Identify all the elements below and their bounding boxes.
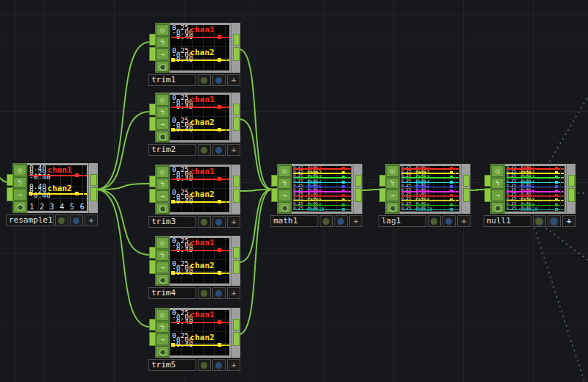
add-badge[interactable]: +: [227, 359, 240, 371]
wire-trim1-to-math1[interactable]: [239, 49, 272, 190]
add-badge[interactable]: +: [227, 74, 240, 86]
viewer-active-flag[interactable]: ◎: [278, 165, 291, 177]
output-connector-2[interactable]: [233, 332, 240, 346]
clone-badge[interactable]: [548, 215, 561, 227]
input-connector[interactable]: [271, 175, 278, 187]
cook-flag[interactable]: [13, 201, 26, 213]
export-flag[interactable]: →: [491, 190, 504, 201]
viewer-active-flag[interactable]: ◎: [156, 166, 169, 178]
output-connector-2[interactable]: [90, 187, 97, 201]
cook-flag[interactable]: [491, 202, 504, 214]
input-connector[interactable]: [149, 247, 156, 259]
node-name[interactable]: trim2: [148, 144, 196, 156]
node-viewer[interactable]: 0.25 -0.00 -0.40chan10.25 -0.00 -0.40cha…: [170, 310, 229, 356]
add-badge[interactable]: +: [349, 215, 362, 227]
cook-flag[interactable]: [156, 131, 169, 143]
clone-badge[interactable]: [212, 74, 226, 86]
node-null1[interactable]: ◎ϟ→0.25 -0.40chan10.25 -0.40chan20.25 -0…: [484, 164, 576, 227]
bypass-flag[interactable]: ϟ: [156, 179, 169, 190]
cook-flag[interactable]: [156, 203, 169, 215]
output-connector[interactable]: [90, 174, 97, 186]
node-body[interactable]: ◎ϟ→0.25 -0.00 -0.40chan10.25 -0.00 -0.40…: [148, 93, 240, 143]
bypass-flag[interactable]: ϟ: [156, 107, 169, 118]
viewer-badge[interactable]: [533, 215, 546, 227]
node-trim3[interactable]: ◎ϟ→0.25 -0.00 -0.40chan10.25 -0.00 -0.40…: [148, 165, 240, 228]
node-name[interactable]: trim5: [148, 359, 196, 371]
export-flag[interactable]: →: [156, 118, 169, 130]
bypass-flag[interactable]: ϟ: [156, 322, 169, 334]
node-viewer[interactable]: 0.25 -0.40chan10.25 -0.40chan20.25 -0.40…: [505, 166, 564, 212]
clone-badge[interactable]: [334, 215, 348, 227]
node-body[interactable]: ◎ϟ→0.25 -0.00 -0.40chan10.25 -0.00 -0.40…: [148, 165, 240, 215]
node-name[interactable]: trim3: [148, 216, 196, 228]
add-badge[interactable]: +: [227, 287, 240, 299]
bypass-flag[interactable]: ϟ: [156, 37, 169, 48]
input-connector[interactable]: [7, 174, 13, 186]
node-name[interactable]: trim1: [148, 74, 196, 86]
clone-badge[interactable]: [212, 359, 226, 371]
node-trim2[interactable]: ◎ϟ→0.25 -0.00 -0.40chan10.25 -0.00 -0.40…: [148, 93, 240, 156]
add-badge[interactable]: +: [227, 216, 240, 228]
add-badge[interactable]: +: [227, 144, 240, 156]
wire-resample1-to-trim4[interactable]: [96, 190, 150, 255]
input-connector[interactable]: [149, 319, 156, 331]
add-badge[interactable]: +: [85, 215, 98, 226]
input-connector-2[interactable]: [7, 187, 13, 201]
wire-trim5-to-math1[interactable]: [239, 190, 272, 334]
node-name[interactable]: null1: [484, 215, 531, 227]
output-connector-2[interactable]: [233, 260, 240, 274]
bypass-flag[interactable]: ϟ: [156, 250, 169, 262]
viewer-badge[interactable]: [198, 216, 211, 228]
node-viewer[interactable]: 0.25 -0.00 -0.40chan10.25 -0.00 -0.40cha…: [170, 95, 229, 140]
input-connector-2[interactable]: [379, 188, 386, 202]
viewer-badge[interactable]: [320, 215, 333, 227]
export-flag[interactable]: →: [278, 190, 291, 201]
output-connector-2[interactable]: [233, 47, 240, 61]
export-flag[interactable]: →: [13, 189, 26, 201]
node-name[interactable]: resample1: [6, 215, 54, 226]
viewer-badge[interactable]: [55, 215, 68, 226]
input-connector[interactable]: [484, 175, 491, 187]
node-trim1[interactable]: ◎ϟ→0.25 -0.00 -0.40chan10.25 -0.00 -0.40…: [148, 23, 240, 86]
export-flag[interactable]: →: [386, 190, 399, 201]
viewer-active-flag[interactable]: ◎: [491, 165, 504, 177]
cook-flag[interactable]: [156, 346, 169, 358]
output-connector[interactable]: [463, 175, 470, 187]
input-connector[interactable]: [149, 176, 156, 187]
node-viewer[interactable]: 0.25 -0.00 -0.40chan10.25 -0.00 -0.40cha…: [170, 167, 229, 212]
wire-math1-to-lag1[interactable]: [361, 190, 380, 190]
bypass-flag[interactable]: ϟ: [278, 178, 291, 190]
viewer-badge[interactable]: [198, 144, 211, 156]
input-connector[interactable]: [149, 34, 156, 46]
node-name[interactable]: math1: [270, 215, 318, 227]
viewer-active-flag[interactable]: ◎: [156, 24, 169, 36]
network-editor[interactable]: ◎ϟ→0.40 0.29 -0.40chan10.40 0.29 -0.40ch…: [0, 0, 588, 382]
node-resample1[interactable]: ◎ϟ→0.40 0.29 -0.40chan10.40 0.29 -0.40ch…: [6, 163, 98, 226]
viewer-active-flag[interactable]: ◎: [156, 309, 169, 321]
input-connector[interactable]: [379, 175, 386, 187]
export-flag[interactable]: →: [156, 334, 169, 345]
output-connector[interactable]: [233, 319, 240, 331]
add-badge[interactable]: +: [457, 215, 470, 227]
export-flag[interactable]: →: [156, 190, 169, 202]
input-connector-2[interactable]: [149, 260, 156, 274]
output-connector-2[interactable]: [355, 188, 362, 202]
viewer-badge[interactable]: [198, 287, 211, 299]
node-body[interactable]: ◎ϟ→0.25 -0.40chan10.25 -0.40chan20.25 -0…: [484, 164, 576, 214]
bypass-flag[interactable]: ϟ: [491, 178, 504, 190]
node-body[interactable]: ◎ϟ→0.25 -0.40chan10.25 -0.40chan20.25 -0…: [270, 164, 362, 214]
add-badge[interactable]: +: [562, 215, 576, 227]
input-connector-2[interactable]: [484, 188, 491, 202]
clone-badge[interactable]: [212, 144, 226, 156]
node-name[interactable]: lag1: [379, 215, 426, 227]
node-body[interactable]: ◎ϟ→0.40 0.29 -0.40chan10.40 0.29 -0.40ch…: [6, 163, 98, 213]
node-body[interactable]: ◎ϟ→0.25 -0.00 -0.40chan10.25 -0.00 -0.40…: [148, 308, 240, 358]
viewer-badge[interactable]: [198, 359, 211, 371]
wire-lag1-to-null1[interactable]: [469, 190, 485, 190]
node-viewer[interactable]: 0.25 -0.00 -0.40chan10.25 -0.00 -0.40cha…: [170, 238, 229, 284]
output-connector[interactable]: [568, 175, 575, 187]
node-viewer[interactable]: 0.25 -0.00 -0.40chan10.25 -0.00 -0.40cha…: [170, 25, 229, 71]
input-connector-2[interactable]: [149, 332, 156, 346]
node-viewer[interactable]: 0.40 0.29 -0.40chan10.40 0.29 -0.40chan2…: [27, 165, 87, 211]
clone-badge[interactable]: [212, 287, 226, 299]
